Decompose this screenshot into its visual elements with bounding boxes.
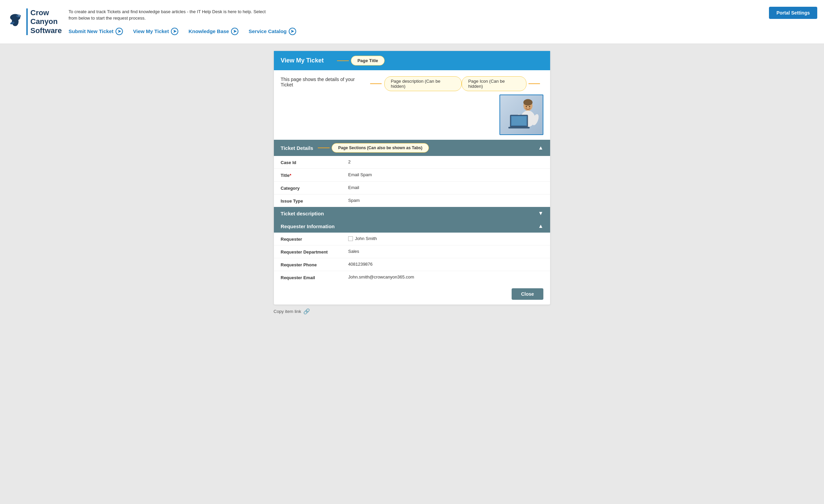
ticket-description-section: Ticket description ▼ [274,207,550,220]
requester-checkbox[interactable] [348,236,353,241]
close-button-area: Close [274,284,550,304]
page-icon-image [499,95,543,135]
card-header: View My Ticket Page Title [274,51,550,70]
requester-field-row: Requester John Smith [274,233,550,245]
title-field-row: Title* Email Spam [274,169,550,182]
section-callout-line [318,148,330,148]
title-value: Email Spam [348,172,543,177]
page-title-callout: Page Title [351,56,384,65]
logo-text: Crow Canyon Software [26,8,62,35]
title-required-star: * [290,173,291,178]
desc-callout-line [370,83,382,84]
nav-view-my-ticket-label: View My Ticket [133,28,169,34]
requester-information-header[interactable]: Requester Information ▲ [274,220,550,233]
page-desc-area: This page shows the details of your Tick… [281,76,462,94]
svg-point-5 [19,16,20,16]
svg-point-18 [529,106,530,107]
requester-dept-label: Requester Department [281,249,348,255]
page-info-area: This page shows the details of your Tick… [274,70,550,140]
nav-submit-new-ticket-label: Submit New Ticket [69,28,113,34]
icon-callout-line [529,83,540,84]
ticket-description-label: Ticket description [281,211,324,216]
svg-rect-16 [508,127,530,129]
main-content: View My Ticket Page Title This page show… [0,44,824,330]
requester-phone-field-row: Requester Phone 4081239876 [274,258,550,271]
requester-value: John Smith [348,236,543,241]
requester-information-section: Requester Information ▲ Requester John S… [274,220,550,284]
header-content: To create and track Tickets and find kno… [69,8,296,35]
nav-view-my-ticket[interactable]: View My Ticket ➤ [133,28,178,35]
category-label: Category [281,185,348,191]
category-value: Email [348,185,543,190]
svg-point-2 [12,17,19,26]
logo-area: Crow Canyon Software [7,8,62,35]
issue-type-field-row: Issue Type Spam [274,194,550,207]
ticket-details-label: Ticket Details [281,145,313,151]
header-description: To create and track Tickets and find kno… [69,8,271,22]
nav-service-catalog[interactable]: Service Catalog ➤ [249,28,296,35]
svg-point-1 [16,15,21,18]
page-title-callout-area: Page Title [337,56,384,65]
requester-information-label: Requester Information [281,223,335,229]
requester-information-chevron: ▲ [538,223,543,229]
svg-point-8 [523,99,533,106]
ticket-details-section: Ticket Details Page Sections (Can also b… [274,140,550,207]
svg-point-17 [526,106,527,107]
copy-link-area: Copy item link 🔗 [274,305,550,316]
nav-view-my-ticket-icon: ➤ [171,28,178,35]
page-desc-callout: Page description (Can be hidden) [384,76,462,91]
nav-service-catalog-label: Service Catalog [249,28,287,34]
nav-knowledge-base[interactable]: Knowledge Base ➤ [188,28,238,35]
requester-phone-label: Requester Phone [281,262,348,267]
nav-links: Submit New Ticket ➤ View My Ticket ➤ Kno… [69,28,296,35]
logo-bird-icon [7,13,24,30]
requester-dept-field-row: Requester Department Sales [274,245,550,258]
requester-phone-value: 4081239876 [348,262,543,267]
issue-type-value: Spam [348,198,543,203]
ticket-description-header[interactable]: Ticket description ▼ [274,207,550,220]
icon-callout-row: Page Icon (Can be hidden) [462,76,540,91]
person-illustration [500,95,543,134]
requester-email-label: Requester Email [281,274,348,280]
requester-label: Requester [281,236,348,242]
page-desc-callout-row: This page shows the details of your Tick… [281,76,462,91]
category-field-row: Category Email [274,182,550,194]
ticket-details-chevron: ▲ [538,145,543,151]
callout-line-1 [337,60,349,61]
ticket-description-chevron: ▼ [538,210,543,216]
section-callout-area: Page Sections (Can also be shown as Tabs… [318,143,429,153]
title-label: Title* [281,172,348,178]
ticket-details-header[interactable]: Ticket Details Page Sections (Can also b… [274,140,550,156]
page-icon-callout: Page Icon (Can be hidden) [462,76,526,91]
case-id-field-row: Case Id 2 [274,156,550,169]
section-callout: Page Sections (Can also be shown as Tabs… [332,143,429,153]
copy-link-label: Copy item link [274,309,301,314]
svg-rect-15 [512,116,526,125]
case-id-value: 2 [348,159,543,164]
page-description-text: This page shows the details of your Tick… [281,77,367,87]
case-id-label: Case Id [281,159,348,165]
nav-knowledge-base-icon: ➤ [231,28,238,35]
requester-email-value: John.smith@crowcanyon365.com [348,274,543,280]
section-header-left: Ticket Details Page Sections (Can also b… [281,143,429,153]
requester-dept-value: Sales [348,249,543,254]
ticket-details-body: Case Id 2 Title* Email Spam Category Ema… [274,156,550,207]
card-title: View My Ticket [281,57,324,64]
portal-settings-button[interactable]: Portal Settings [769,7,817,19]
app-header: Crow Canyon Software To create and track… [0,0,824,44]
nav-submit-new-ticket[interactable]: Submit New Ticket ➤ [69,28,123,35]
requester-value-with-checkbox: John Smith [348,236,543,241]
nav-submit-new-ticket-icon: ➤ [115,28,123,35]
requester-information-body: Requester John Smith Requester Departmen… [274,233,550,284]
nav-service-catalog-icon: ➤ [289,28,296,35]
requester-email-field-row: Requester Email John.smith@crowcanyon365… [274,271,550,284]
ticket-view-card: View My Ticket Page Title This page show… [274,51,550,305]
nav-knowledge-base-label: Knowledge Base [188,28,229,34]
page-icon-area: Page Icon (Can be hidden) [462,76,543,135]
copy-link-icon[interactable]: 🔗 [303,308,310,315]
issue-type-label: Issue Type [281,198,348,204]
close-button[interactable]: Close [512,288,543,300]
